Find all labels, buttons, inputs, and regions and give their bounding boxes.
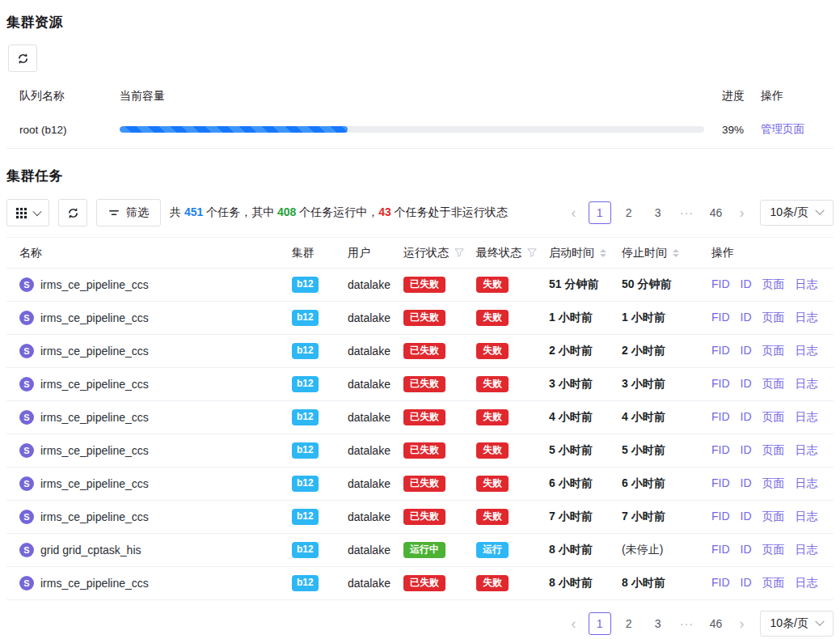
filter-funnel-icon[interactable] [527, 248, 537, 257]
log-link[interactable]: 日志 [796, 543, 818, 557]
page-link[interactable]: 页面 [762, 311, 785, 325]
id-link[interactable]: ID [741, 344, 752, 358]
id-link[interactable]: ID [741, 476, 752, 491]
page-link[interactable]: 页面 [762, 443, 785, 458]
id-link[interactable]: ID [741, 443, 752, 458]
page-item-1[interactable]: 1 [589, 612, 611, 635]
run-status-badge: 运行中 [403, 542, 445, 559]
id-link[interactable]: ID [741, 543, 752, 557]
fid-link[interactable]: FID [711, 377, 730, 391]
task-name: irms_ce_pipeline_ccs [40, 378, 149, 391]
pagination-ellipsis[interactable]: ··· [676, 612, 699, 635]
id-link[interactable]: ID [741, 410, 752, 425]
task-table-body: S irms_ce_pipeline_ccs b12 datalake 已失败 … [6, 269, 834, 600]
fid-link[interactable]: FID [711, 576, 730, 590]
id-link[interactable]: ID [741, 377, 752, 391]
filter-lines-icon [108, 207, 120, 218]
summary-part: 个任务运行中， [296, 205, 378, 218]
page-size-select[interactable]: 10条/页 [760, 200, 834, 226]
id-link[interactable]: ID [741, 576, 752, 590]
cluster-badge: b12 [292, 409, 319, 425]
page-item-46[interactable]: 46 [705, 612, 728, 635]
log-link[interactable]: 日志 [796, 277, 818, 292]
fid-link[interactable]: FID [711, 476, 730, 491]
page-item-2[interactable]: 2 [618, 201, 640, 224]
page-link[interactable]: 页面 [762, 510, 785, 524]
log-link[interactable]: 日志 [796, 410, 818, 425]
user-name: datalake [348, 345, 390, 358]
run-status-badge: 已失败 [403, 277, 445, 294]
user-name: datalake [348, 444, 390, 457]
failed-count: 43 [378, 205, 391, 218]
log-link[interactable]: 日志 [796, 344, 818, 358]
run-status-badge: 已失败 [403, 476, 445, 493]
tasks-table: 名称 集群 用户 运行状态 最终状态 [6, 237, 834, 600]
page-link[interactable]: 页面 [762, 277, 785, 292]
page-item-3[interactable]: 3 [647, 201, 669, 224]
progress-value: 39% [704, 124, 756, 136]
page-item-3[interactable]: 3 [647, 612, 669, 635]
sort-icon[interactable] [600, 249, 606, 257]
avatar: S [19, 377, 34, 391]
column-settings-button[interactable] [6, 199, 49, 226]
page-link[interactable]: 页面 [762, 377, 785, 391]
page-size-select[interactable]: 10条/页 [760, 611, 834, 637]
id-link[interactable]: ID [741, 277, 752, 292]
log-link[interactable]: 日志 [796, 443, 818, 458]
fid-link[interactable]: FID [711, 443, 730, 458]
prev-page-icon[interactable]: ‹ [566, 205, 582, 222]
cluster-resources-section: 集群资源 队列名称 当前容量 进度 操作 root (b12) [6, 13, 834, 149]
id-link[interactable]: ID [741, 510, 752, 524]
stop-time: 3 小时前 [622, 377, 665, 390]
prev-page-icon[interactable]: ‹ [566, 616, 582, 633]
cluster-badge: b12 [292, 542, 319, 558]
start-time: 4 小时前 [549, 410, 593, 423]
final-status-header: 最终状态 [476, 246, 521, 260]
page-link[interactable]: 页面 [762, 576, 785, 590]
fid-link[interactable]: FID [711, 311, 730, 325]
page-item-1[interactable]: 1 [589, 201, 611, 224]
page-link[interactable]: 页面 [762, 344, 785, 358]
fid-link[interactable]: FID [711, 344, 730, 358]
capacity-header: 当前容量 [120, 89, 704, 104]
filter-button[interactable]: 筛选 [96, 199, 161, 226]
fid-link[interactable]: FID [711, 510, 730, 524]
stop-time: 4 小时前 [622, 410, 665, 423]
progress-bar-fill [120, 126, 348, 133]
page-link[interactable]: 页面 [762, 476, 785, 491]
fid-link[interactable]: FID [711, 277, 730, 292]
tasks-refresh-button[interactable] [58, 199, 87, 226]
user-name: datalake [348, 544, 390, 556]
resources-refresh-button[interactable] [8, 44, 37, 72]
log-link[interactable]: 日志 [796, 311, 818, 325]
page-link[interactable]: 页面 [762, 543, 785, 557]
summary-part: 共 [170, 205, 184, 218]
next-page-icon[interactable]: › [734, 616, 750, 633]
user-name: datalake [348, 278, 390, 291]
sort-icon[interactable] [673, 249, 679, 257]
log-link[interactable]: 日志 [796, 510, 818, 524]
cluster-badge: b12 [292, 310, 319, 326]
log-link[interactable]: 日志 [796, 476, 818, 491]
log-link[interactable]: 日志 [796, 377, 818, 391]
run-status-badge: 已失败 [403, 376, 445, 393]
page-link[interactable]: 页面 [762, 410, 785, 425]
fid-link[interactable]: FID [711, 410, 730, 425]
cluster-resources-title: 集群资源 [6, 13, 834, 32]
fid-link[interactable]: FID [711, 543, 730, 557]
next-page-icon[interactable]: › [734, 205, 750, 222]
chevron-down-icon [815, 617, 824, 626]
page-item-46[interactable]: 46 [705, 201, 728, 224]
start-time: 6 小时前 [549, 476, 593, 489]
manage-page-link[interactable]: 管理页面 [761, 123, 804, 135]
log-link[interactable]: 日志 [796, 576, 818, 590]
id-link[interactable]: ID [741, 311, 752, 325]
stop-time: 7 小时前 [622, 510, 665, 523]
resources-table: 队列名称 当前容量 进度 操作 root (b12) 39% 管理页面 [6, 82, 834, 149]
pagination-top: ‹ 1 2 3 ··· 46 › 10条/页 [566, 200, 834, 226]
final-status-badge: 运行 [476, 542, 509, 559]
task-name: irms_ce_pipeline_ccs [40, 510, 149, 523]
filter-funnel-icon[interactable] [454, 248, 464, 257]
pagination-ellipsis[interactable]: ··· [676, 201, 699, 224]
page-item-2[interactable]: 2 [618, 612, 640, 635]
